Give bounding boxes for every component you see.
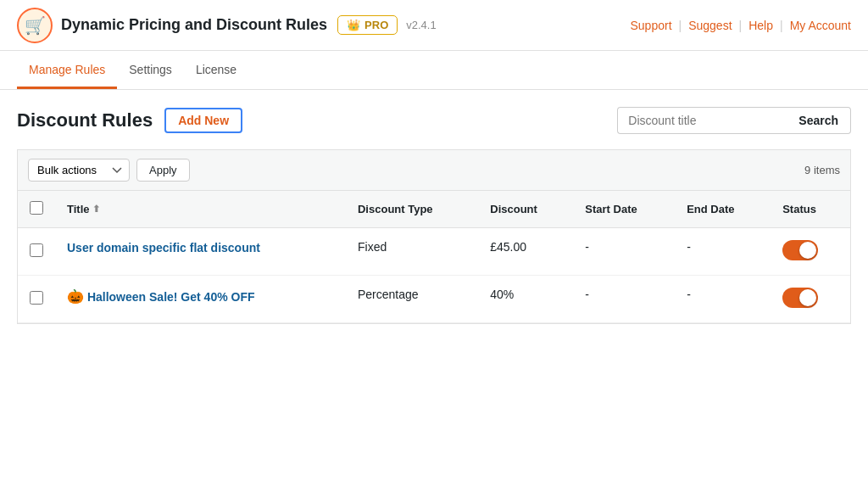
row2-title-text: Halloween Sale! Get 40% OFF [87,290,255,304]
suggest-link[interactable]: Suggest [688,19,732,32]
help-link[interactable]: Help [748,19,773,32]
actions-row: Bulk actions Apply 9 items [17,149,851,190]
my-account-link[interactable]: My Account [790,19,851,32]
row2-discount: 40% [478,276,573,323]
page-title: Discount Rules [17,109,153,131]
row2-start-date: - [573,276,675,323]
items-count: 9 items [804,164,840,176]
header-discount-col: Discount [478,191,573,228]
row2-end-date: - [675,276,771,323]
row1-toggle-thumb [799,242,816,259]
table-row: 🎃 Halloween Sale! Get 40% OFF Percentage… [18,276,850,323]
row1-end-date: - [675,228,771,276]
logo-emoji: 🛒 [25,15,46,36]
apply-button[interactable]: Apply [136,159,190,182]
add-new-button[interactable]: Add New [164,108,242,133]
header-end-date-col: End Date [675,191,771,228]
header-nav: Support | Suggest | Help | My Account [630,19,851,32]
row1-checkbox-cell [18,228,55,276]
logo-icon: 🛒 [17,8,53,43]
search-input[interactable] [617,107,787,134]
row2-title-cell: 🎃 Halloween Sale! Get 40% OFF [55,276,346,323]
row2-checkbox-cell [18,276,55,323]
pro-label: PRO [364,19,388,31]
pro-badge: 👑 PRO [337,15,398,35]
version-label: v2.4.1 [406,19,436,31]
header-title-col: Title ⬆ [55,191,346,228]
row1-title-cell: User domain specific flat discount [55,228,346,276]
tab-settings[interactable]: Settings [117,53,184,89]
crown-icon: 👑 [347,19,360,31]
pumpkin-icon: 🎃 [67,289,84,304]
row1-toggle-track [782,240,818,260]
row2-status-cell [771,276,850,323]
row1-status-cell [771,228,850,276]
header-logo: 🛒 Dynamic Pricing and Discount Rules [17,8,327,43]
search-button[interactable]: Search [787,107,851,134]
page-title-row: Discount Rules Add New Search [17,107,851,149]
support-link[interactable]: Support [630,19,671,32]
row2-checkbox[interactable] [30,291,43,305]
sort-arrows-icon[interactable]: ⬆ [92,204,100,215]
header: 🛒 Dynamic Pricing and Discount Rules 👑 P… [0,0,868,51]
app-title: Dynamic Pricing and Discount Rules [61,16,327,34]
tabs-bar: Manage Rules Settings License [0,51,868,90]
row2-toggle-thumb [799,289,816,306]
header-start-date-col: Start Date [573,191,675,228]
discount-rules-table: Title ⬆ Discount Type Discount Start Dat… [17,190,851,324]
tab-manage-rules[interactable]: Manage Rules [17,53,117,89]
table-header-row: Title ⬆ Discount Type Discount Start Dat… [18,191,850,228]
search-area: Search [617,107,851,134]
tab-license[interactable]: License [184,53,248,89]
title-col-label: Title [67,203,90,215]
header-checkbox-col [18,191,55,228]
row1-discount-type: Fixed [346,228,478,276]
row2-toggle-track [782,288,818,308]
row1-checkbox[interactable] [30,243,43,257]
row1-discount: £45.00 [478,228,573,276]
main-content: Discount Rules Add New Search Bulk actio… [0,90,868,492]
row1-title[interactable]: User domain specific flat discount [67,241,260,254]
row1-status-toggle[interactable] [782,240,818,260]
row2-title[interactable]: 🎃 Halloween Sale! Get 40% OFF [67,290,255,304]
header-status-col: Status [771,191,850,228]
row2-discount-type: Percentage [346,276,478,323]
bulk-actions-select[interactable]: Bulk actions [28,159,130,182]
select-all-checkbox[interactable] [30,201,43,215]
table-row: User domain specific flat discount Fixed… [18,228,850,276]
row2-status-toggle[interactable] [782,288,818,308]
header-discount-type-col: Discount Type [346,191,478,228]
row1-start-date: - [573,228,675,276]
